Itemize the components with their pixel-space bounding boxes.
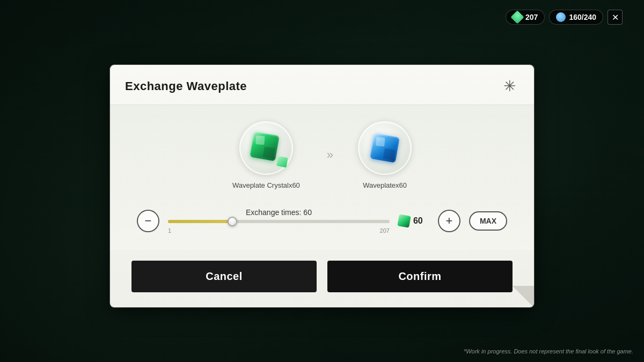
dialog-header: Exchange Waveplate ✳ — [110, 65, 534, 105]
slider-max-label: 207 — [380, 227, 390, 234]
green-crystal-body — [250, 131, 280, 161]
to-item: Waveplatex60 — [358, 121, 412, 189]
max-button[interactable]: MAX — [469, 211, 507, 231]
currency2-icon — [556, 12, 566, 22]
dialog-footer: Cancel Confirm — [110, 250, 534, 307]
dialog-close-button[interactable]: ✳ — [500, 77, 519, 96]
close-x-icon: ✳ — [503, 79, 516, 94]
confirm-button[interactable]: Confirm — [327, 261, 513, 292]
currency2-value: 160/240 — [569, 13, 596, 21]
slider-track[interactable] — [168, 220, 390, 223]
currency1-icon — [510, 10, 524, 24]
from-item-icon-wrapper — [239, 121, 293, 175]
crystal-count-display: 60 — [398, 215, 429, 227]
hud-currency2: 160/240 — [549, 10, 603, 25]
from-item-label: Waveplate Crystalx60 — [232, 181, 300, 189]
slider-container: Exchange times: 60 1 207 — [168, 208, 390, 234]
hud-currency1: 207 — [506, 10, 545, 25]
slider-range-labels: 1 207 — [168, 227, 390, 234]
item-badge-crystal — [276, 156, 288, 168]
slider-track-wrapper — [168, 220, 390, 223]
blue-crystal-icon — [370, 133, 400, 163]
slider-section: − Exchange times: 60 1 207 60 + — [131, 208, 513, 234]
dialog-title: Exchange Waveplate — [125, 79, 247, 93]
exchange-arrow: » — [327, 148, 331, 162]
crystal-count-value: 60 — [413, 216, 429, 226]
green-crystal-icon — [252, 134, 281, 162]
slider-fill — [168, 220, 232, 223]
decrement-button[interactable]: − — [137, 210, 159, 232]
exchange-dialog: Exchange Waveplate ✳ Waveplate Crystalx6… — [110, 65, 534, 307]
small-crystal-icon — [397, 214, 411, 227]
cancel-button[interactable]: Cancel — [131, 261, 317, 292]
to-item-label: Waveplatex60 — [363, 181, 407, 189]
slider-thumb[interactable] — [228, 217, 237, 226]
increment-button[interactable]: + — [438, 210, 460, 232]
to-item-icon-wrapper — [358, 121, 412, 175]
top-hud: 207 160/240 ✕ — [506, 10, 623, 25]
exchange-area: Waveplate Crystalx60 » Waveplatex60 — [131, 121, 513, 189]
hud-close-button[interactable]: ✕ — [608, 10, 623, 25]
slider-min-label: 1 — [168, 227, 171, 234]
from-item: Waveplate Crystalx60 — [232, 121, 300, 189]
currency1-value: 207 — [525, 13, 538, 21]
exchange-times-label: Exchange times: 60 — [168, 208, 390, 217]
dialog-body: Waveplate Crystalx60 » Waveplatex60 − Ex… — [110, 105, 534, 250]
watermark: *Work in progress. Does not represent th… — [464, 348, 633, 354]
